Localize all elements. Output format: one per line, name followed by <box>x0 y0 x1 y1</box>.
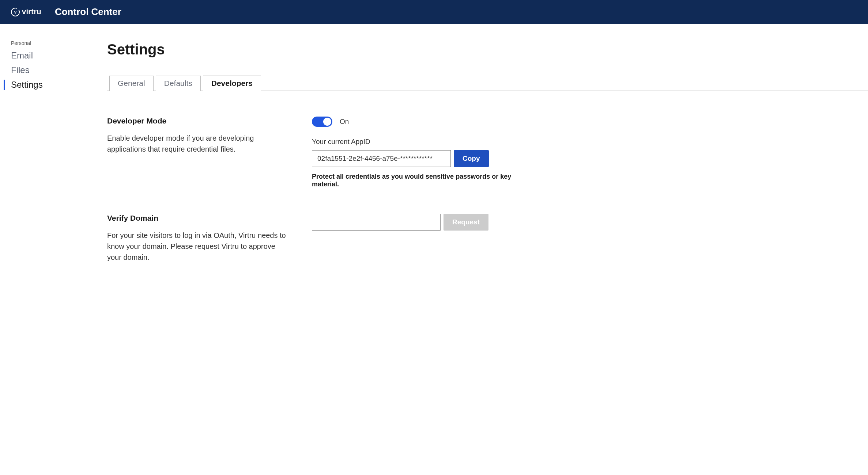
brand-name: virtru <box>22 8 41 16</box>
copy-button[interactable]: Copy <box>454 150 489 167</box>
sidebar-section-label: Personal <box>0 40 90 49</box>
appid-field[interactable] <box>312 150 451 167</box>
verify-domain-input[interactable] <box>312 214 441 231</box>
header-divider <box>48 7 48 18</box>
tab-label: Defaults <box>164 79 192 87</box>
section-developer-mode: Developer Mode Enable developer mode if … <box>107 117 868 188</box>
tab-defaults[interactable]: Defaults <box>156 76 201 91</box>
sidebar-item-label: Files <box>11 65 30 75</box>
credentials-warning: Protect all credentials as you would sen… <box>312 173 539 188</box>
section-verify-domain: Verify Domain For your site visitors to … <box>107 214 868 263</box>
app-header: v virtru Control Center <box>0 0 868 24</box>
virtru-logo-icon: v <box>11 8 20 16</box>
tab-bar: General Defaults Developers <box>107 75 868 91</box>
toggle-knob <box>323 118 331 126</box>
developer-mode-heading: Developer Mode <box>107 117 290 125</box>
sidebar: Personal Email Files Settings <box>0 24 90 277</box>
brand-logo: v virtru <box>11 8 41 16</box>
tab-general[interactable]: General <box>109 76 154 91</box>
tab-developers[interactable]: Developers <box>203 76 261 91</box>
appid-label: Your current AppID <box>312 138 539 146</box>
sidebar-item-label: Email <box>11 50 33 60</box>
developer-mode-description: Enable developer mode if you are develop… <box>107 133 290 155</box>
tab-label: General <box>118 79 145 87</box>
tab-label: Developers <box>211 79 253 87</box>
main-content: Settings General Defaults Developers Dev… <box>90 24 868 277</box>
sidebar-item-files[interactable]: Files <box>0 64 90 77</box>
header-title: Control Center <box>55 6 121 18</box>
page-title: Settings <box>107 41 868 58</box>
sidebar-item-settings[interactable]: Settings <box>0 78 90 91</box>
developer-mode-toggle-label: On <box>340 118 349 126</box>
developer-mode-toggle[interactable] <box>312 117 332 127</box>
sidebar-item-email[interactable]: Email <box>0 49 90 62</box>
request-button[interactable]: Request <box>444 214 488 231</box>
sidebar-item-label: Settings <box>11 80 43 90</box>
verify-domain-heading: Verify Domain <box>107 214 290 223</box>
verify-domain-description: For your site visitors to log in via OAu… <box>107 230 290 263</box>
